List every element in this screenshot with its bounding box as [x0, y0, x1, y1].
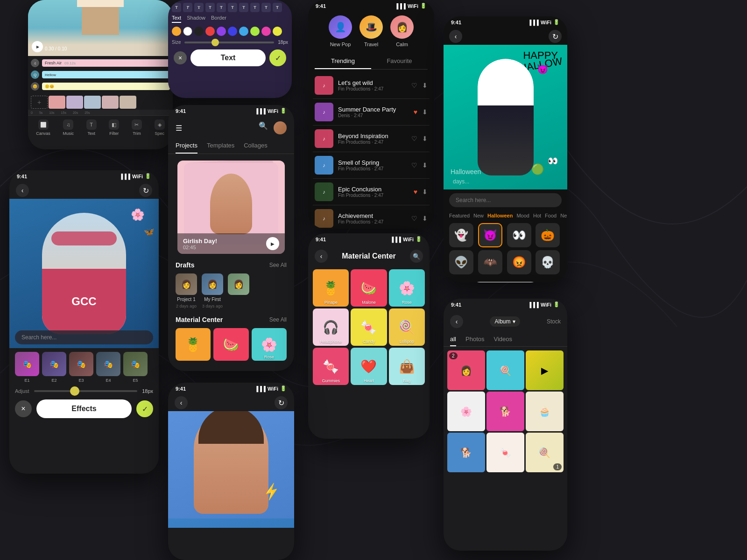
effect-e1[interactable]: 🎭 E1 [15, 352, 39, 383]
avatar[interactable] [274, 121, 287, 134]
clip-1[interactable] [49, 96, 65, 109]
mat-lollipop[interactable]: 🍭 Lollipop [389, 308, 425, 346]
album-selector[interactable]: Album ▾ [490, 316, 520, 327]
track-item[interactable]: ♫ Fresh Air 09.12s [31, 58, 170, 68]
sticker-pumpkin[interactable]: 🎃 [536, 223, 560, 247]
color-yellow[interactable] [273, 27, 282, 36]
card-play-button[interactable]: ▶ [266, 237, 279, 250]
cat-food[interactable]: Food [545, 213, 557, 218]
music-item-6[interactable]: ♪ Achievement Fin Productions · 2:47 ♡ ⬇ [313, 205, 430, 229]
refresh-button-4[interactable]: ↻ [139, 184, 152, 197]
featured-card[interactable]: Girlish Day! 02:45 ▶ [177, 161, 285, 254]
music-item-2[interactable]: ♪ Summer Dance Party Denis · 2:47 ♥ ⬇ [313, 99, 430, 126]
color-pink[interactable] [261, 27, 271, 36]
cat-hot[interactable]: Hot [533, 213, 541, 218]
sticker-bat[interactable]: 🦇 [478, 250, 502, 274]
photo-8[interactable]: 🍬 [486, 433, 524, 472]
mat-heart[interactable]: ❤️ Heart [351, 348, 387, 385]
download-button-3[interactable]: ⬇ [422, 135, 428, 142]
effect-e4[interactable]: 🎭 E4 [96, 352, 120, 383]
tab-projects[interactable]: Projects [176, 138, 197, 154]
effect-e3[interactable]: 🎭 E3 [69, 352, 93, 383]
effects-button[interactable]: Effects [36, 399, 132, 418]
tab-border[interactable]: Border [211, 15, 226, 23]
photo-1[interactable]: 👩 2 [447, 350, 485, 390]
back-button-8[interactable]: ‹ [450, 315, 463, 328]
music-item-4[interactable]: ♪ Smell of Spring Fin Productions · 2:47… [313, 152, 430, 179]
material-1[interactable]: 🍍 [176, 328, 211, 361]
tab-videos[interactable]: Videos [494, 333, 513, 346]
mat-malone[interactable]: 🍉 Malone [351, 269, 387, 307]
see-all-drafts[interactable]: See All [269, 262, 287, 268]
effect-e5[interactable]: 🎭 E5 [123, 352, 148, 383]
search-icon-5[interactable]: 🔍 [259, 121, 268, 134]
download-button-2[interactable]: ⬇ [422, 108, 428, 116]
like-button-5[interactable]: ♥ [414, 188, 417, 196]
tab-all[interactable]: all [450, 333, 456, 346]
font-t6[interactable]: T [228, 3, 237, 12]
cat-featured[interactable]: Featured [449, 213, 470, 218]
close-button[interactable]: × [174, 51, 187, 64]
color-blue[interactable] [228, 27, 237, 36]
music-item-3[interactable]: ♪ Beyond Inspiration Fin Productions · 2… [313, 126, 430, 152]
font-t9[interactable]: T [261, 3, 271, 12]
refresh-button-7[interactable]: ↻ [549, 30, 562, 43]
photo-2[interactable]: 🍭 [486, 350, 524, 390]
mat-pinape[interactable]: 🍍 Pinape [313, 269, 349, 307]
cat-halloween[interactable]: Halloween [487, 213, 513, 218]
tab-shadow[interactable]: Shadow [187, 15, 205, 23]
photo-5[interactable]: 🐕 [486, 392, 524, 431]
cat-new[interactable]: New [473, 213, 484, 218]
mat-bag[interactable]: 👜 Bag [389, 348, 425, 385]
stickers-button[interactable]: Stickers [471, 282, 540, 282]
like-button-2[interactable]: ♥ [414, 108, 417, 116]
draft-2[interactable]: 👩 My First 3 days ago [202, 273, 223, 308]
mat-gummies[interactable]: 🍬 Gummies [313, 348, 349, 385]
like-button-3[interactable]: ♡ [411, 135, 417, 142]
confirm-button-4[interactable]: ✓ [136, 400, 153, 417]
back-button-9[interactable]: ‹ [175, 396, 188, 409]
track-item-2[interactable]: Q Hellow [31, 70, 170, 80]
photo-4[interactable]: 🌸 [447, 392, 485, 431]
tab-collages[interactable]: Collages [244, 138, 268, 154]
play-button[interactable] [32, 41, 43, 52]
back-button-4[interactable]: ‹ [16, 184, 29, 197]
mat-headphone[interactable]: 🎧 Headphone [313, 308, 349, 346]
cancel-button-4[interactable]: × [15, 400, 32, 417]
font-t8[interactable]: T [250, 3, 260, 12]
toolbar-canvas[interactable]: ⬜ Canvas [36, 119, 50, 136]
toolbar-text[interactable]: T Text [86, 119, 97, 136]
refresh-button-9[interactable]: ↻ [275, 396, 288, 409]
photo-6[interactable]: 🧁 [526, 392, 564, 431]
photo-7[interactable]: 🐕 [447, 433, 485, 472]
color-orange[interactable] [172, 27, 181, 36]
add-clip-button[interactable]: + [31, 96, 48, 109]
font-t1[interactable]: T [172, 3, 181, 12]
clip-5[interactable] [120, 96, 136, 109]
toolbar-trim[interactable]: ✂ Trim [132, 119, 142, 136]
see-all-materials[interactable]: See All [269, 316, 287, 323]
back-button-7[interactable]: ‹ [449, 30, 462, 43]
like-button-1[interactable]: ♡ [411, 82, 417, 89]
tab-favourite[interactable]: Favourite [371, 54, 428, 69]
cat-newpop[interactable]: 👤 New Pop [329, 15, 352, 47]
tab-trending[interactable]: Trending [315, 54, 371, 69]
download-button-1[interactable]: ⬇ [422, 82, 428, 89]
sticker-search[interactable]: Search here... [449, 193, 562, 207]
toolbar-music[interactable]: ♫ Music [63, 119, 74, 136]
photo-9[interactable]: 🍭 1 [526, 433, 564, 472]
color-red[interactable] [205, 27, 215, 36]
color-lightblue[interactable] [239, 27, 248, 36]
like-button-4[interactable]: ♡ [411, 161, 417, 169]
back-button-6[interactable]: ‹ [315, 250, 328, 263]
like-button-6[interactable]: ♡ [411, 215, 417, 222]
sticker-devil[interactable]: 😈 [478, 223, 502, 247]
material-2[interactable]: 🍉 [213, 328, 248, 361]
sticker-angry[interactable]: 😡 [507, 250, 531, 274]
font-t3[interactable]: T [194, 3, 204, 12]
sticker-alien[interactable]: 👽 [449, 250, 473, 274]
download-button-4[interactable]: ⬇ [422, 161, 428, 169]
music-item-1[interactable]: ♪ Let's get wild Fin Productions · 2:47 … [313, 72, 430, 99]
sticker-ghost[interactable]: 👻 [449, 223, 473, 247]
toolbar-spec[interactable]: ◈ Spec [155, 119, 165, 136]
